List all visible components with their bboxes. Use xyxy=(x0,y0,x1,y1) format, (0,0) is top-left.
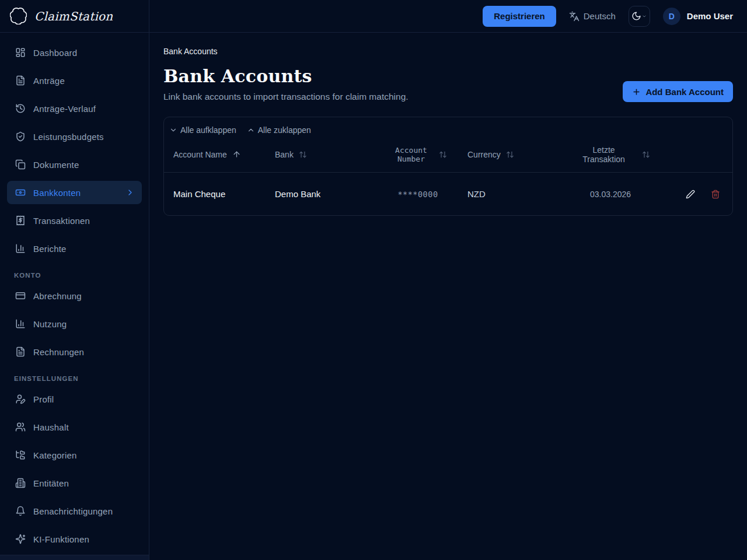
sidebar-item-benachrichtigungen[interactable]: Benachrichtigungen xyxy=(7,499,142,523)
sidebar-item-dokumente[interactable]: Dokumente xyxy=(7,153,142,176)
shield-check-icon xyxy=(15,131,26,142)
languages-icon xyxy=(569,11,580,22)
expand-all-label: Alle aufklappen xyxy=(180,125,236,135)
sidebar-item-label: Leistungsbudgets xyxy=(33,132,104,142)
sidebar-item-label: Anträge xyxy=(33,76,65,86)
sidebar-item-label: Profil xyxy=(33,394,54,404)
copy-icon xyxy=(15,159,26,170)
edit-account-button[interactable] xyxy=(686,190,695,199)
sidebar-item-label: Haushalt xyxy=(33,422,69,432)
cell-account-number: ****0000 xyxy=(368,190,467,199)
sidebar-item-kategorien[interactable]: Kategorien xyxy=(7,443,142,467)
add-bank-account-label: Add Bank Account xyxy=(645,87,724,97)
banknote-icon xyxy=(15,187,26,198)
brand-logo[interactable]: ClaimStation xyxy=(0,0,149,33)
page-subtitle: Link bank accounts to import transaction… xyxy=(163,92,409,102)
arrow-up-down-icon xyxy=(642,150,650,159)
sidebar-item-nutzung[interactable]: Nutzung xyxy=(7,312,142,335)
add-bank-account-button[interactable]: Add Bank Account xyxy=(623,81,733,102)
plus-icon xyxy=(632,88,641,96)
sidebar-bottom-divider xyxy=(0,555,149,560)
sidebar-item-antraege-verlauf[interactable]: Anträge-Verlauf xyxy=(7,97,142,120)
sidebar-item-dashboard[interactable]: Dashboard xyxy=(7,41,142,64)
folder-tree-icon xyxy=(15,450,26,460)
collapse-all-button[interactable]: Alle zuklappen xyxy=(247,125,311,135)
arrow-up-down-icon xyxy=(439,150,447,159)
column-header-account-number[interactable]: Account Number xyxy=(368,146,467,163)
sidebar-item-abrechnung[interactable]: Abrechnung xyxy=(7,284,142,307)
column-header-letzte-transaktion[interactable]: Letzte Transaktion xyxy=(543,145,678,164)
sidebar: Dashboard Anträge Anträge-Verlauf Leistu… xyxy=(0,33,149,560)
history-icon xyxy=(15,103,26,114)
bell-icon xyxy=(15,506,26,516)
bank-accounts-table-card: Alle aufklappen Alle zuklappen Account N… xyxy=(163,117,733,216)
language-label: Deutsch xyxy=(584,11,616,21)
sidebar-item-label: Kategorien xyxy=(33,450,77,460)
file-text-icon xyxy=(15,346,26,357)
sidebar-item-label: Bankkonten xyxy=(33,188,81,198)
sidebar-item-label: KI-Funktionen xyxy=(33,534,89,544)
table-expand-controls: Alle aufklappen Alle zuklappen xyxy=(164,124,732,136)
building-icon xyxy=(15,478,26,488)
expand-all-button[interactable]: Alle aufklappen xyxy=(169,125,236,135)
breadcrumb[interactable]: Bank Accounts xyxy=(163,47,733,56)
sidebar-section-konto: Konto xyxy=(14,272,135,279)
sparkles-icon xyxy=(15,534,26,544)
cell-last-transaction: 03.03.2026 xyxy=(543,190,678,199)
cell-bank: Demo Bank xyxy=(275,189,368,199)
arrow-up-down-icon xyxy=(299,150,307,159)
main-content: Bank Accounts Bank Accounts Link bank ac… xyxy=(149,33,747,560)
chevron-down-icon xyxy=(169,126,177,134)
chevron-right-icon xyxy=(125,188,135,197)
scalloped-circle-icon xyxy=(10,8,27,24)
layout-dashboard-icon xyxy=(15,47,26,58)
arrow-up-down-icon xyxy=(506,150,514,159)
language-switcher[interactable]: Deutsch xyxy=(569,11,616,22)
avatar: D xyxy=(663,8,680,25)
register-button[interactable]: Registrieren xyxy=(483,6,556,27)
arrow-up-icon xyxy=(232,150,241,159)
sidebar-item-rechnungen[interactable]: Rechnungen xyxy=(7,340,142,363)
sidebar-item-label: Dokumente xyxy=(33,160,79,170)
credit-card-icon xyxy=(15,290,26,301)
sidebar-item-haushalt[interactable]: Haushalt xyxy=(7,415,142,439)
sidebar-item-label: Nutzung xyxy=(33,319,67,329)
sidebar-item-bankkonten[interactable]: Bankkonten xyxy=(7,181,142,204)
sidebar-item-leistungsbudgets[interactable]: Leistungsbudgets xyxy=(7,125,142,148)
top-header: Registrieren Deutsch D Demo User xyxy=(149,0,747,33)
table-row[interactable]: Main Cheque Demo Bank ****0000 NZD 03.03… xyxy=(164,173,732,215)
sidebar-item-label: Dashboard xyxy=(33,48,77,58)
sidebar-item-label: Anträge-Verlauf xyxy=(33,104,96,114)
chevron-up-icon xyxy=(247,126,255,134)
column-header-bank[interactable]: Bank xyxy=(275,150,368,159)
sidebar-item-profil[interactable]: Profil xyxy=(7,387,142,411)
user-menu[interactable]: D Demo User xyxy=(663,8,733,25)
receipt-icon xyxy=(15,215,26,226)
delete-account-button[interactable] xyxy=(711,190,720,199)
chevron-down-icon xyxy=(642,14,647,19)
theme-toggle-button[interactable] xyxy=(629,6,650,27)
sidebar-section-einstellungen: Einstellungen xyxy=(14,375,135,382)
sidebar-item-label: Abrechnung xyxy=(33,291,82,301)
sidebar-item-ki-funktionen[interactable]: KI-Funktionen xyxy=(7,527,142,551)
page-header: Bank Accounts Link bank accounts to impo… xyxy=(163,66,733,102)
sidebar-item-label: Transaktionen xyxy=(33,216,90,226)
bar-chart-icon xyxy=(15,243,26,254)
page-title: Bank Accounts xyxy=(163,66,409,86)
sidebar-item-berichte[interactable]: Berichte xyxy=(7,237,142,260)
moon-icon xyxy=(631,11,641,21)
sidebar-item-entitaeten[interactable]: Entitäten xyxy=(7,471,142,495)
sidebar-item-label: Benachrichtigungen xyxy=(33,506,113,516)
sidebar-item-antraege[interactable]: Anträge xyxy=(7,69,142,92)
sidebar-item-transaktionen[interactable]: Transaktionen xyxy=(7,209,142,232)
app-window: ClaimStation Registrieren Deutsch D Demo… xyxy=(0,0,747,560)
sidebar-item-label: Entitäten xyxy=(33,478,69,488)
pencil-icon xyxy=(686,190,695,199)
column-header-account-name[interactable]: Account Name xyxy=(173,150,275,159)
cell-currency: NZD xyxy=(467,189,543,199)
column-header-currency[interactable]: Currency xyxy=(467,150,543,159)
brand-name: ClaimStation xyxy=(34,9,113,23)
file-text-icon xyxy=(15,75,26,86)
users-icon xyxy=(15,422,26,432)
row-actions xyxy=(678,190,723,199)
